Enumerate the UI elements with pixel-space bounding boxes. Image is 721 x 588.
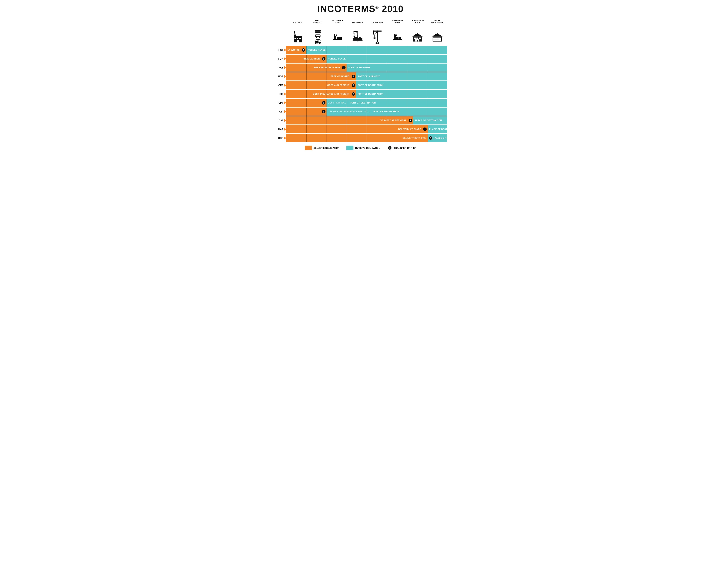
seller-bar-fca: FREE CARRIER ! <box>286 55 326 63</box>
svg-rect-49 <box>393 39 402 40</box>
inco-row-ddp: DDPDELIVERY DUTY PAID! PLACE OF DESTINAT… <box>274 134 447 142</box>
alongside-ship2-icon-col <box>387 30 407 45</box>
row-arrow <box>284 136 286 140</box>
svg-rect-28 <box>357 31 358 38</box>
inco-row-dap: DAPDELIVERY AT PLACE !PLACE OF DESTINATI… <box>274 125 447 133</box>
inco-row-crf: CRFCOST AND FREIGHT !PORT OF DESTINATION <box>274 81 447 89</box>
svg-marker-16 <box>315 40 315 41</box>
row-label-fob: FOB <box>274 75 286 78</box>
row-code: CRF <box>278 84 283 87</box>
svg-rect-70 <box>437 39 439 41</box>
svg-rect-36 <box>356 37 358 38</box>
row-arrow <box>284 127 286 131</box>
svg-rect-26 <box>334 34 335 36</box>
col-header-buyer-warehouse: BUYERWAREHOUSE <box>427 19 447 24</box>
svg-rect-48 <box>376 43 380 44</box>
bar-container-crf: COST AND FREIGHT !PORT OF DESTINATION <box>286 81 447 89</box>
seller-text: DELIVERY AT TERMINAL <box>378 119 408 122</box>
row-label-fca: FCA <box>274 57 286 61</box>
buyer-bar-ddp: ! PLACE OF DESTINATION <box>428 134 447 142</box>
buyer-warehouse-icon <box>432 30 443 44</box>
svg-rect-68 <box>433 39 435 41</box>
svg-rect-23 <box>334 36 336 39</box>
on-board-icon-col <box>348 30 367 45</box>
svg-rect-64 <box>433 38 435 39</box>
svg-rect-65 <box>435 38 437 39</box>
row-arrow <box>284 101 286 105</box>
row-code: EXW <box>278 48 283 51</box>
buyer-bar-fob: PORT OF SHIPMENT <box>356 72 447 81</box>
first-carrier-icon <box>313 30 323 44</box>
buyer-text: PLACE OF DESTINATION <box>413 119 443 122</box>
svg-rect-57 <box>414 38 416 40</box>
svg-rect-10 <box>316 35 318 36</box>
buyer-bar-exw: AGREED PLACE <box>306 46 447 54</box>
svg-line-31 <box>354 32 357 34</box>
svg-rect-43 <box>378 30 382 32</box>
svg-rect-51 <box>397 37 399 39</box>
seller-bar-exw: EX WORKS ! <box>286 46 306 54</box>
svg-rect-8 <box>315 31 320 32</box>
bar-container-cif: COST, INSURANCE AND FREIGHT !PORT OF DES… <box>286 90 447 98</box>
bar-container-dap: DELIVERY AT PLACE !PLACE OF DESTINATION <box>286 125 447 133</box>
inco-row-fca: FCAFREE CARRIER !AGREED PLACE <box>274 55 447 63</box>
buyer-text: PORT OF DESTINATION <box>356 93 385 95</box>
row-code: FAS <box>279 66 283 69</box>
legend-risk: ! TRANSFER OF RISK <box>387 146 416 150</box>
svg-rect-66 <box>437 38 439 39</box>
buyer-text-dim: CARRIER AND INSURANCE PAID TO ... <box>326 110 372 113</box>
row-code: DDP <box>278 136 283 140</box>
risk-icon-cip: ! <box>322 110 325 113</box>
on-board-icon <box>353 30 363 44</box>
buyer-warehouse-icon-col <box>427 30 447 45</box>
on-arrival-icon-col <box>367 30 387 45</box>
risk-icon-fob: ! <box>352 75 355 78</box>
svg-marker-55 <box>412 33 423 37</box>
buyer-text: PORT OF SHIPMENT <box>346 66 372 69</box>
risk-icon-cpt: ! <box>322 101 325 105</box>
alongside-ship2-icon <box>392 30 403 44</box>
svg-rect-35 <box>354 37 356 38</box>
svg-rect-50 <box>394 36 396 39</box>
buyer-bar-fas: PORT OF SHIPMENT <box>346 64 447 72</box>
svg-rect-39 <box>377 30 378 43</box>
row-code: FOB <box>278 75 283 78</box>
buyer-bar-cif: PORT OF DESTINATION <box>356 90 447 98</box>
svg-rect-5 <box>299 38 301 39</box>
risk-icon-dap: ! <box>423 127 427 131</box>
seller-text: FREE CARRIER <box>301 58 321 60</box>
col-header-on-board: ON BOARD <box>348 22 367 24</box>
row-arrow <box>284 110 286 113</box>
inco-row-dat: DATDELIVERY AT TERMINAL !PLACE OF DESTIN… <box>274 117 447 124</box>
legend-blue-box <box>346 146 354 150</box>
destination-place-icon-col <box>407 30 427 45</box>
row-label-crf: CRF <box>274 83 286 87</box>
risk-icon-fas: ! <box>342 66 345 69</box>
buyer-bar-cip: ! CARRIER AND INSURANCE PAID TO ... PORT… <box>326 108 447 115</box>
svg-rect-37 <box>359 37 360 38</box>
buyer-bar-dap: PLACE OF DESTINATION <box>428 125 447 133</box>
row-label-cif: CIF <box>274 92 286 96</box>
factory-icon <box>293 30 303 44</box>
chart-container: FACTORY FIRSTCARRIER ALONGSIDESHIP ON BO… <box>274 19 447 142</box>
buyer-bar-cpt: ! COST PAID TO ... PORT OF DESTINATION <box>326 99 447 107</box>
on-arrival-icon <box>372 30 383 44</box>
factory-icon-col <box>288 30 308 45</box>
col-header-alongside-ship1: ALONGSIDESHIP <box>328 19 348 24</box>
buyer-text: PLACE OF DESTINATION <box>428 128 451 130</box>
seller-bar-crf: COST AND FREIGHT ! <box>286 81 356 89</box>
risk-icon-crf: ! <box>352 83 355 87</box>
row-code: DAP <box>278 128 283 131</box>
bar-container-dat: DELIVERY AT TERMINAL !PLACE OF DESTINATI… <box>286 117 447 124</box>
row-label-cpt: CPT <box>274 101 286 105</box>
svg-point-21 <box>319 43 320 44</box>
inco-row-cif: CIFCOST, INSURANCE AND FREIGHT !PORT OF … <box>274 90 447 98</box>
svg-marker-17 <box>320 40 321 41</box>
svg-rect-67 <box>439 38 441 39</box>
row-arrow <box>284 92 286 96</box>
svg-point-20 <box>315 43 316 44</box>
svg-rect-59 <box>419 38 421 40</box>
icons-row <box>288 24 447 45</box>
inco-row-fas: FASFREE ALONGSIDE SHIP !PORT OF SHIPMENT <box>274 64 447 72</box>
svg-marker-62 <box>432 33 443 37</box>
